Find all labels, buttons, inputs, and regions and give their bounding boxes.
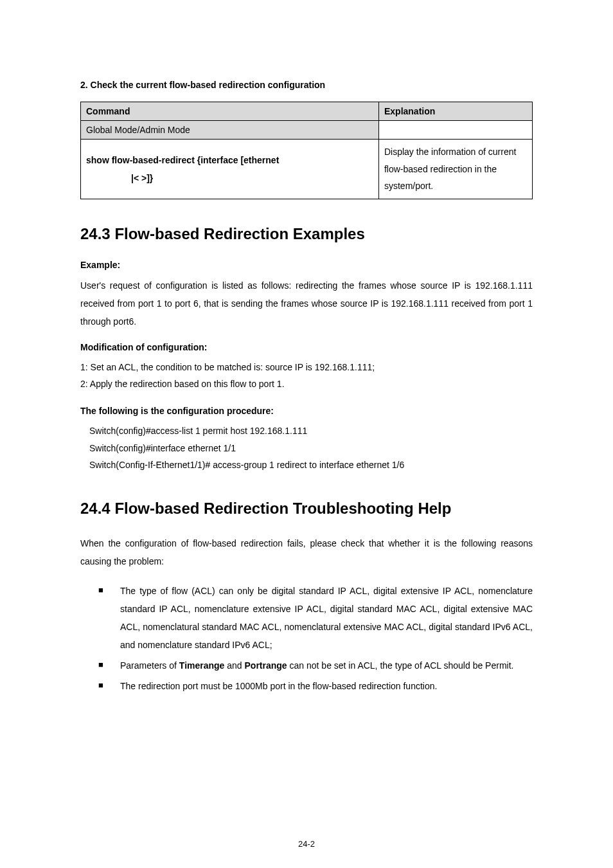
bullet-1-text: The type of flow (ACL) can only be digit…: [120, 586, 533, 650]
troubleshoot-list: The type of flow (ACL) can only be digit…: [98, 582, 533, 695]
command-cell: show flow-based-redirect {interface [eth…: [81, 140, 379, 199]
procedure-label: The following is the configuration proce…: [80, 406, 533, 416]
procedure-code: Switch(config)#access-list 1 permit host…: [89, 422, 533, 474]
code-line-1: Switch(config)#access-list 1 permit host…: [89, 422, 533, 440]
code-line-2: Switch(config)#interface ethernet 1/1: [89, 440, 533, 457]
mode-cell: Global Mode/Admin Mode: [81, 121, 379, 140]
code-line-3: Switch(Config-If-Ethernet1/1)# access-gr…: [89, 457, 533, 474]
bullet-2-part-a: Parameters of: [120, 660, 179, 671]
bullet-2-part-c: and: [224, 660, 244, 671]
bullet-2-part-e: can not be set in ACL, the type of ACL s…: [287, 660, 514, 671]
table-mode-row: Global Mode/Admin Mode: [81, 121, 533, 140]
command-table-2: Command Explanation Global Mode/Admin Mo…: [80, 102, 533, 199]
page-number: 24-2: [0, 839, 613, 849]
troubleshoot-intro: When the configuration of flow-based red…: [80, 534, 533, 570]
modification-step-2: 2: Apply the redirection based on this f…: [80, 375, 533, 393]
bullet-2-portrange: Portrange: [245, 660, 287, 671]
list-item: The type of flow (ACL) can only be digit…: [98, 582, 533, 654]
table-command-row: show flow-based-redirect {interface [eth…: [81, 140, 533, 199]
header-command: Command: [86, 106, 130, 116]
table-header-row: Command Explanation: [81, 102, 533, 121]
example-body: User's request of configuration is liste…: [80, 276, 533, 330]
modification-step-1: 1: Set an ACL, the condition to be match…: [80, 359, 533, 376]
section-intro-2: 2. Check the current flow-based redirect…: [80, 80, 533, 90]
example-label: Example:: [80, 260, 533, 270]
bullet-3-text: The redirection port must be 1000Mb port…: [120, 681, 437, 691]
mode-explanation-cell: [378, 121, 532, 140]
command-line2: |< >]}: [131, 173, 153, 183]
bullet-2-timerange: Timerange: [179, 660, 225, 671]
heading-24-3: 24.3 Flow-based Redirection Examples: [80, 225, 533, 243]
explanation-cell: Display the information of current flow-…: [378, 140, 532, 199]
list-item: Parameters of Timerange and Portrange ca…: [98, 656, 533, 674]
modification-label: Modification of configuration:: [80, 342, 533, 352]
header-explanation: Explanation: [384, 106, 435, 116]
command-line1: show flow-based-redirect {interface [eth…: [86, 155, 279, 165]
heading-24-4: 24.4 Flow-based Redirection Troubleshoot…: [80, 500, 533, 518]
list-item: The redirection port must be 1000Mb port…: [98, 677, 533, 695]
